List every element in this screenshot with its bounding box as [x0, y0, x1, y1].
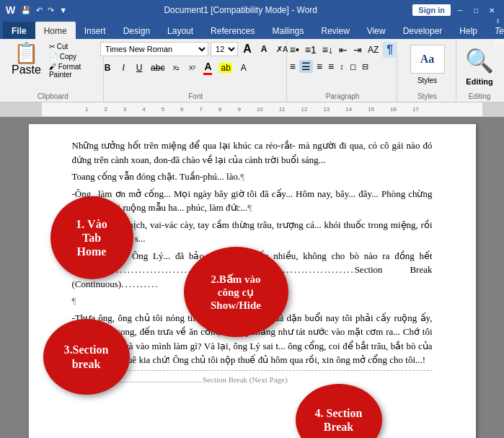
- tab-review[interactable]: Review: [312, 22, 358, 39]
- bullets-button[interactable]: ≡•: [288, 43, 301, 56]
- editing-label: Editing: [466, 77, 492, 86]
- line-spacing-button[interactable]: ↕: [337, 61, 346, 71]
- callout-1[interactable]: 1. VàoTabHome: [50, 196, 133, 279]
- align-left-button[interactable]: ≡: [288, 60, 298, 73]
- document-area[interactable]: Những tưởng hốt trên miệng để qua lại kh…: [0, 117, 504, 438]
- multilevel-button[interactable]: ≡↓: [320, 43, 335, 56]
- text-color-button[interactable]: A: [200, 60, 215, 76]
- tab-home[interactable]: Home: [35, 22, 76, 39]
- superscript-button[interactable]: X²: [185, 63, 199, 72]
- clipboard-group: 📋 Paste ✂ Cut 📄 Copy 🖌 Format Painter Cl…: [3, 40, 104, 102]
- tab-tell-me[interactable]: ♀ Tell me: [486, 22, 504, 39]
- border-button[interactable]: ⊟: [360, 61, 371, 72]
- shrink-font-button[interactable]: A: [257, 43, 271, 55]
- callout-3[interactable]: 3.Sectionbreak: [43, 319, 130, 395]
- ruler: 12345 678910 1112131415 1617: [0, 102, 504, 117]
- tab-view[interactable]: View: [358, 22, 394, 39]
- callout-2[interactable]: 2.Bấm vàocông cụShow/Hide: [184, 247, 288, 337]
- align-center-button[interactable]: ☰: [299, 60, 313, 73]
- editing-icon: 🔍: [465, 47, 494, 74]
- callout-4[interactable]: 4. SectionBreak: [296, 384, 382, 438]
- paste-button[interactable]: 📋 Paste: [7, 42, 45, 78]
- tab-developer[interactable]: Developer: [394, 22, 451, 39]
- clipboard-small-buttons: ✂ Cut 📄 Copy 🖌 Format Painter: [47, 42, 99, 79]
- callout-2-label: 2.Bấm vàocông cụShow/Hide: [211, 273, 261, 312]
- sign-in-button[interactable]: Sign in: [412, 4, 451, 16]
- font-row-1: Times New Roman 12 A A ✗A: [100, 42, 291, 56]
- copy-button[interactable]: 📄 Copy: [47, 52, 99, 61]
- word-logo: W: [6, 4, 15, 16]
- ribbon: 📋 Paste ✂ Cut 📄 Copy 🖌 Format Painter Cl…: [0, 39, 504, 102]
- format-painter-button[interactable]: 🖌 Format Painter: [47, 62, 99, 79]
- decrease-indent-button[interactable]: ⇤: [337, 43, 350, 56]
- tab-insert[interactable]: Insert: [76, 22, 115, 39]
- sort-button[interactable]: AZ: [366, 44, 381, 56]
- clipboard-content: 📋 Paste ✂ Cut 📄 Copy 🖌 Format Painter: [7, 42, 99, 91]
- save-icon[interactable]: 💾: [19, 5, 32, 16]
- title-bar: W 💾 ↶ ↷ ▼ Document1 [Compatibility Mode]…: [0, 0, 504, 20]
- indent-buttons: ⇤ ⇥: [337, 43, 364, 56]
- font-content: Times New Roman 12 A A ✗A B I U abc X₂ X…: [100, 42, 291, 91]
- tab-help[interactable]: Help: [451, 22, 486, 39]
- editing-group: 🔍 Editing Editing: [458, 40, 501, 102]
- shading-para-button[interactable]: ◻: [348, 61, 358, 72]
- ruler-margin-left: [0, 102, 42, 116]
- styles-group: Aa Styles Styles: [399, 40, 456, 102]
- quick-access-toolbar: 💾 ↶ ↷ ▼: [19, 5, 68, 16]
- increase-indent-button[interactable]: ⇥: [351, 43, 364, 56]
- tab-design[interactable]: Design: [115, 22, 159, 39]
- align-right-button[interactable]: ≡: [314, 60, 324, 73]
- cut-button[interactable]: ✂ Cut: [47, 42, 99, 51]
- font-group: Times New Roman 12 A A ✗A B I U abc X₂ X…: [105, 40, 287, 102]
- justify-button[interactable]: ≡: [326, 60, 336, 73]
- document-page: Những tưởng hốt trên miệng để qua lại kh…: [29, 124, 476, 438]
- underline-button[interactable]: U: [132, 62, 146, 74]
- paragraph-2: Toang cống vẫn đóng chặt. Tuần-phú... là…: [72, 170, 433, 184]
- bold-button[interactable]: B: [100, 62, 115, 74]
- styles-content: Aa Styles: [404, 42, 451, 91]
- tab-references[interactable]: References: [202, 22, 263, 39]
- font-row-2: B I U abc X₂ X² A ab A: [100, 60, 251, 76]
- list-buttons: ≡• ≡1 ≡↓: [288, 43, 335, 56]
- numbering-button[interactable]: ≡1: [303, 43, 319, 56]
- paragraph-3: -Ông...làm ơn mở cống... Mọi ngày bây gi…: [72, 187, 433, 215]
- paragraph-row-2: ≡ ☰ ≡ ≡ ↕ ◻ ⊟: [288, 60, 371, 73]
- clipboard-label: Clipboard: [37, 92, 68, 100]
- document-title: Document1 [Compatibility Mode] - Word: [68, 5, 412, 15]
- ribbon-tabs: File Home Insert Design Layout Reference…: [0, 20, 504, 39]
- callout-1-label: 1. VàoTabHome: [76, 217, 107, 259]
- font-name-select[interactable]: Times New Roman: [100, 42, 208, 56]
- paragraph-content: ≡• ≡1 ≡↓ ⇤ ⇥ AZ ¶ ≡ ☰ ≡ ≡ ↕ ◻ ⊟: [288, 42, 397, 91]
- redo-icon[interactable]: ↷: [46, 5, 56, 16]
- grow-font-button[interactable]: A: [240, 42, 255, 56]
- editing-group-label: Editing: [469, 92, 491, 100]
- strikethrough-button[interactable]: abc: [148, 62, 167, 74]
- subscript-button[interactable]: X₂: [169, 63, 183, 72]
- tab-layout[interactable]: Layout: [159, 22, 202, 39]
- styles-group-label: Styles: [417, 92, 437, 100]
- show-hide-button[interactable]: ¶: [382, 42, 397, 58]
- shading-button[interactable]: A: [236, 62, 251, 74]
- tab-file[interactable]: File: [3, 22, 35, 39]
- callout-3-label: 3.Sectionbreak: [64, 343, 109, 370]
- maximize-button[interactable]: □: [469, 4, 482, 17]
- title-bar-right: Sign in ─ □ ✕: [412, 4, 498, 17]
- undo-icon[interactable]: ↶: [35, 5, 44, 16]
- paragraph-label: Paragraph: [326, 92, 360, 100]
- font-label: Font: [188, 92, 203, 100]
- styles-label: Styles: [417, 76, 437, 84]
- customize-icon[interactable]: ▼: [58, 5, 68, 15]
- paragraph-group: ≡• ≡1 ≡↓ ⇤ ⇥ AZ ¶ ≡ ☰ ≡ ≡ ↕ ◻ ⊟: [288, 40, 397, 102]
- paragraph-row-1: ≡• ≡1 ≡↓ ⇤ ⇥ AZ ¶: [288, 42, 397, 58]
- highlight-button[interactable]: ab: [216, 62, 234, 74]
- styles-button[interactable]: Aa Styles: [404, 42, 451, 87]
- italic-button[interactable]: I: [116, 62, 131, 74]
- font-size-select[interactable]: 12: [211, 42, 238, 56]
- callout-4-label: 4. SectionBreak: [315, 406, 363, 434]
- tab-mailings[interactable]: Mailings: [263, 22, 312, 39]
- paste-icon: 📋: [14, 43, 39, 63]
- editing-content: 🔍 Editing: [465, 42, 494, 91]
- styles-icon: Aa: [410, 45, 445, 74]
- close-button[interactable]: ✕: [485, 4, 498, 17]
- minimize-button[interactable]: ─: [454, 4, 467, 17]
